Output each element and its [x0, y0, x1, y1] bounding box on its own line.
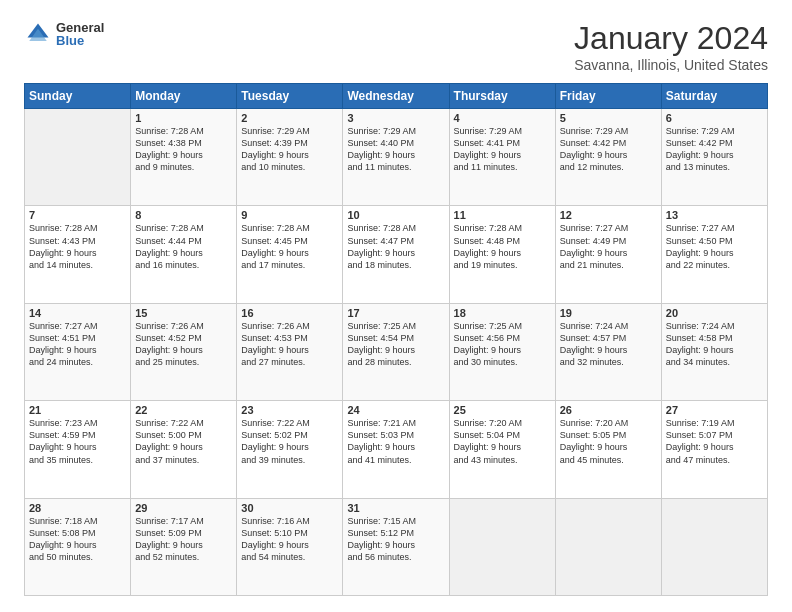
cell-content: Sunrise: 7:28 AM Sunset: 4:48 PM Dayligh…	[454, 222, 551, 271]
calendar-cell: 29Sunrise: 7:17 AM Sunset: 5:09 PM Dayli…	[131, 498, 237, 595]
day-number: 6	[666, 112, 763, 124]
logo-blue-text: Blue	[56, 34, 104, 47]
day-number: 10	[347, 209, 444, 221]
cell-content: Sunrise: 7:29 AM Sunset: 4:40 PM Dayligh…	[347, 125, 444, 174]
day-number: 26	[560, 404, 657, 416]
calendar-cell	[25, 109, 131, 206]
calendar-cell: 11Sunrise: 7:28 AM Sunset: 4:48 PM Dayli…	[449, 206, 555, 303]
day-number: 1	[135, 112, 232, 124]
page: General Blue January 2024 Savanna, Illin…	[0, 0, 792, 612]
day-number: 9	[241, 209, 338, 221]
cell-content: Sunrise: 7:17 AM Sunset: 5:09 PM Dayligh…	[135, 515, 232, 564]
calendar-table: SundayMondayTuesdayWednesdayThursdayFrid…	[24, 83, 768, 596]
cell-content: Sunrise: 7:19 AM Sunset: 5:07 PM Dayligh…	[666, 417, 763, 466]
day-number: 15	[135, 307, 232, 319]
weekday-header: Wednesday	[343, 84, 449, 109]
calendar-cell: 26Sunrise: 7:20 AM Sunset: 5:05 PM Dayli…	[555, 401, 661, 498]
day-number: 4	[454, 112, 551, 124]
calendar-cell: 18Sunrise: 7:25 AM Sunset: 4:56 PM Dayli…	[449, 303, 555, 400]
cell-content: Sunrise: 7:29 AM Sunset: 4:39 PM Dayligh…	[241, 125, 338, 174]
day-number: 8	[135, 209, 232, 221]
cell-content: Sunrise: 7:27 AM Sunset: 4:51 PM Dayligh…	[29, 320, 126, 369]
day-number: 5	[560, 112, 657, 124]
cell-content: Sunrise: 7:23 AM Sunset: 4:59 PM Dayligh…	[29, 417, 126, 466]
calendar-cell: 13Sunrise: 7:27 AM Sunset: 4:50 PM Dayli…	[661, 206, 767, 303]
calendar-cell: 15Sunrise: 7:26 AM Sunset: 4:52 PM Dayli…	[131, 303, 237, 400]
day-number: 17	[347, 307, 444, 319]
calendar-cell	[449, 498, 555, 595]
day-number: 11	[454, 209, 551, 221]
day-number: 30	[241, 502, 338, 514]
calendar-cell: 25Sunrise: 7:20 AM Sunset: 5:04 PM Dayli…	[449, 401, 555, 498]
calendar-week-row: 14Sunrise: 7:27 AM Sunset: 4:51 PM Dayli…	[25, 303, 768, 400]
day-number: 14	[29, 307, 126, 319]
day-number: 25	[454, 404, 551, 416]
logo-icon	[24, 20, 52, 48]
calendar-cell: 8Sunrise: 7:28 AM Sunset: 4:44 PM Daylig…	[131, 206, 237, 303]
day-number: 23	[241, 404, 338, 416]
day-number: 18	[454, 307, 551, 319]
calendar-cell: 4Sunrise: 7:29 AM Sunset: 4:41 PM Daylig…	[449, 109, 555, 206]
day-number: 13	[666, 209, 763, 221]
cell-content: Sunrise: 7:21 AM Sunset: 5:03 PM Dayligh…	[347, 417, 444, 466]
cell-content: Sunrise: 7:29 AM Sunset: 4:41 PM Dayligh…	[454, 125, 551, 174]
cell-content: Sunrise: 7:20 AM Sunset: 5:05 PM Dayligh…	[560, 417, 657, 466]
day-number: 3	[347, 112, 444, 124]
cell-content: Sunrise: 7:28 AM Sunset: 4:43 PM Dayligh…	[29, 222, 126, 271]
day-number: 31	[347, 502, 444, 514]
weekday-header: Thursday	[449, 84, 555, 109]
calendar-cell: 28Sunrise: 7:18 AM Sunset: 5:08 PM Dayli…	[25, 498, 131, 595]
day-number: 21	[29, 404, 126, 416]
calendar-cell: 3Sunrise: 7:29 AM Sunset: 4:40 PM Daylig…	[343, 109, 449, 206]
logo: General Blue	[24, 20, 104, 48]
calendar-cell: 31Sunrise: 7:15 AM Sunset: 5:12 PM Dayli…	[343, 498, 449, 595]
calendar-week-row: 28Sunrise: 7:18 AM Sunset: 5:08 PM Dayli…	[25, 498, 768, 595]
day-number: 2	[241, 112, 338, 124]
calendar-week-row: 1Sunrise: 7:28 AM Sunset: 4:38 PM Daylig…	[25, 109, 768, 206]
day-number: 20	[666, 307, 763, 319]
weekday-header: Tuesday	[237, 84, 343, 109]
cell-content: Sunrise: 7:26 AM Sunset: 4:53 PM Dayligh…	[241, 320, 338, 369]
calendar-cell	[555, 498, 661, 595]
header: General Blue January 2024 Savanna, Illin…	[24, 20, 768, 73]
calendar-cell: 12Sunrise: 7:27 AM Sunset: 4:49 PM Dayli…	[555, 206, 661, 303]
calendar-body: 1Sunrise: 7:28 AM Sunset: 4:38 PM Daylig…	[25, 109, 768, 596]
weekday-header: Friday	[555, 84, 661, 109]
calendar-cell: 24Sunrise: 7:21 AM Sunset: 5:03 PM Dayli…	[343, 401, 449, 498]
calendar-cell: 14Sunrise: 7:27 AM Sunset: 4:51 PM Dayli…	[25, 303, 131, 400]
calendar-cell: 9Sunrise: 7:28 AM Sunset: 4:45 PM Daylig…	[237, 206, 343, 303]
calendar-cell	[661, 498, 767, 595]
calendar-cell: 23Sunrise: 7:22 AM Sunset: 5:02 PM Dayli…	[237, 401, 343, 498]
cell-content: Sunrise: 7:22 AM Sunset: 5:00 PM Dayligh…	[135, 417, 232, 466]
cell-content: Sunrise: 7:29 AM Sunset: 4:42 PM Dayligh…	[666, 125, 763, 174]
logo-text: General Blue	[56, 21, 104, 47]
calendar-cell: 27Sunrise: 7:19 AM Sunset: 5:07 PM Dayli…	[661, 401, 767, 498]
cell-content: Sunrise: 7:18 AM Sunset: 5:08 PM Dayligh…	[29, 515, 126, 564]
day-number: 29	[135, 502, 232, 514]
calendar-cell: 6Sunrise: 7:29 AM Sunset: 4:42 PM Daylig…	[661, 109, 767, 206]
day-number: 27	[666, 404, 763, 416]
cell-content: Sunrise: 7:28 AM Sunset: 4:38 PM Dayligh…	[135, 125, 232, 174]
cell-content: Sunrise: 7:25 AM Sunset: 4:56 PM Dayligh…	[454, 320, 551, 369]
calendar-cell: 30Sunrise: 7:16 AM Sunset: 5:10 PM Dayli…	[237, 498, 343, 595]
cell-content: Sunrise: 7:28 AM Sunset: 4:47 PM Dayligh…	[347, 222, 444, 271]
day-number: 22	[135, 404, 232, 416]
calendar-cell: 1Sunrise: 7:28 AM Sunset: 4:38 PM Daylig…	[131, 109, 237, 206]
calendar-week-row: 7Sunrise: 7:28 AM Sunset: 4:43 PM Daylig…	[25, 206, 768, 303]
calendar-cell: 16Sunrise: 7:26 AM Sunset: 4:53 PM Dayli…	[237, 303, 343, 400]
calendar-cell: 5Sunrise: 7:29 AM Sunset: 4:42 PM Daylig…	[555, 109, 661, 206]
cell-content: Sunrise: 7:24 AM Sunset: 4:57 PM Dayligh…	[560, 320, 657, 369]
weekday-header: Monday	[131, 84, 237, 109]
calendar-header: SundayMondayTuesdayWednesdayThursdayFrid…	[25, 84, 768, 109]
cell-content: Sunrise: 7:20 AM Sunset: 5:04 PM Dayligh…	[454, 417, 551, 466]
title-block: January 2024 Savanna, Illinois, United S…	[574, 20, 768, 73]
cell-content: Sunrise: 7:25 AM Sunset: 4:54 PM Dayligh…	[347, 320, 444, 369]
day-number: 24	[347, 404, 444, 416]
calendar-cell: 7Sunrise: 7:28 AM Sunset: 4:43 PM Daylig…	[25, 206, 131, 303]
day-number: 16	[241, 307, 338, 319]
calendar-cell: 2Sunrise: 7:29 AM Sunset: 4:39 PM Daylig…	[237, 109, 343, 206]
cell-content: Sunrise: 7:15 AM Sunset: 5:12 PM Dayligh…	[347, 515, 444, 564]
location-subtitle: Savanna, Illinois, United States	[574, 57, 768, 73]
month-title: January 2024	[574, 20, 768, 57]
cell-content: Sunrise: 7:26 AM Sunset: 4:52 PM Dayligh…	[135, 320, 232, 369]
